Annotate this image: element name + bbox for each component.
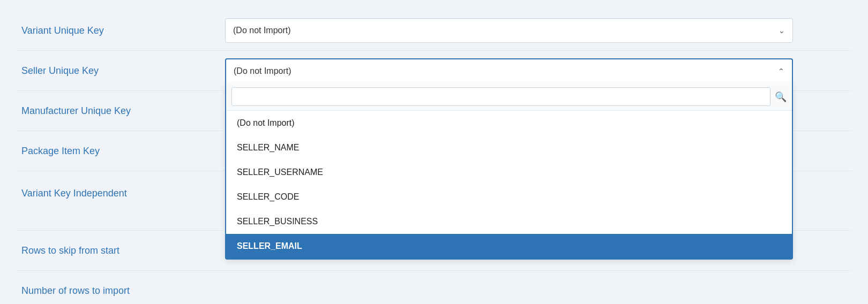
label-rows-to-skip: Rows to skip from start (16, 231, 220, 271)
select-value-seller-unique-key: (Do not Import) (234, 66, 291, 76)
select-seller-unique-key[interactable]: (Do not Import) ⌃ (225, 58, 793, 83)
dropdown-item-do-not-import[interactable]: (Do not Import) (226, 111, 792, 135)
chevron-down-icon: ⌄ (779, 26, 785, 35)
select-variant-unique-key[interactable]: (Do not Import) ⌄ (225, 18, 793, 43)
select-value-variant-unique-key: (Do not Import) (233, 26, 291, 35)
dropdown-item-seller-name[interactable]: SELLER_NAME (226, 135, 792, 160)
search-icon: 🔍 (775, 91, 787, 103)
label-variant-unique-key: Variant Unique Key (16, 11, 220, 51)
label-seller-unique-key: Seller Unique Key (16, 51, 220, 91)
control-seller-unique-key: (Do not Import) ⌃ 🔍 (Do not Import) SELL… (220, 51, 852, 91)
dropdown-item-seller-username[interactable]: SELLER_USERNAME (226, 160, 792, 185)
form-grid: Variant Unique Key (Do not Import) ⌄ Sel… (16, 11, 852, 304)
dropdown-search-input[interactable] (231, 87, 770, 106)
label-variant-key-independent: Variant Key Independent (16, 171, 220, 231)
control-variant-unique-key: (Do not Import) ⌄ (220, 11, 852, 51)
page-container: Variant Unique Key (Do not Import) ⌄ Sel… (0, 0, 868, 304)
search-row: 🔍 (226, 83, 792, 111)
label-number-of-rows: Number of rows to import (16, 271, 220, 304)
dropdown-item-seller-code[interactable]: SELLER_CODE (226, 185, 792, 209)
dropdown-seller-unique-key: 🔍 (Do not Import) SELLER_NAME SELLER_USE… (225, 83, 793, 260)
control-number-of-rows: ⌄ (220, 271, 852, 304)
dropdown-list: (Do not Import) SELLER_NAME SELLER_USERN… (226, 111, 792, 259)
dropdown-item-seller-business[interactable]: SELLER_BUSINESS (226, 209, 792, 234)
label-manufacturer-unique-key: Manufacturer Unique Key (16, 91, 220, 131)
label-package-item-key: Package Item Key (16, 131, 220, 171)
chevron-up-icon: ⌃ (778, 67, 784, 75)
dropdown-item-seller-email[interactable]: SELLER_EMAIL (226, 234, 792, 259)
